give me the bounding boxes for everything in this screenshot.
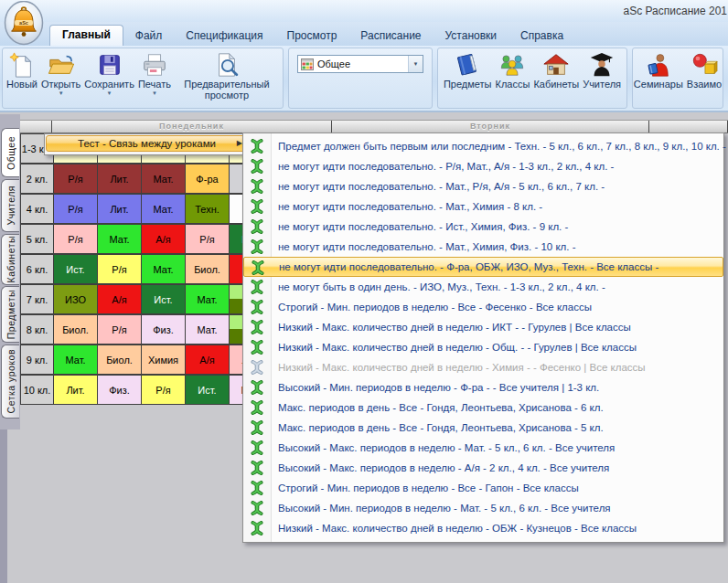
lesson-cell[interactable]: Биол. bbox=[98, 345, 141, 374]
constraint-menu-item-2[interactable]: не могут идти последовательно. - Р/я, Ма… bbox=[243, 156, 723, 176]
lesson-cell[interactable]: Мат. bbox=[142, 164, 185, 193]
row-header-7[interactable]: 7 кл. bbox=[21, 285, 53, 313]
constraint-menu-item-7[interactable]: не могут идти последовательно. - Ф-ра, О… bbox=[243, 257, 723, 277]
lesson-cell[interactable]: Лит. bbox=[98, 195, 141, 223]
lesson-cell[interactable]: Лит. bbox=[54, 376, 97, 404]
constraint-menu-item-17[interactable]: Высокий - Макс. периодов в неделю - А/я … bbox=[243, 458, 723, 478]
day-header-row: ПонедельникВторник bbox=[20, 120, 728, 133]
tab-ribbon-3[interactable]: Просмотр bbox=[275, 26, 349, 46]
row-header-4[interactable]: 4 кл. bbox=[21, 195, 53, 223]
constraint-menu-item-4[interactable]: не могут идти последовательно. - Мат., Х… bbox=[243, 196, 723, 217]
lesson-cell[interactable]: ИЗО bbox=[54, 285, 97, 313]
lesson-cell[interactable]: Р/я bbox=[54, 225, 97, 253]
row-header-2[interactable]: 2 кл. bbox=[21, 164, 53, 193]
tab-ribbon-2[interactable]: Спецификация bbox=[174, 26, 274, 46]
constraint-menu-item-14[interactable]: Макс. периодов в день - Все - Гондя, Лео… bbox=[243, 398, 723, 418]
tab-ribbon-4[interactable]: Расписание bbox=[348, 26, 433, 46]
ribbon-button-семинары[interactable]: Семинары bbox=[632, 50, 685, 90]
constraint-menu-item-16[interactable]: Высокий - Макс. периодов в неделю - Мат.… bbox=[243, 438, 723, 458]
dropdown-caret-icon[interactable]: ▼ bbox=[59, 90, 64, 97]
tab-ribbon-1[interactable]: Файл bbox=[123, 26, 175, 46]
lesson-cell[interactable]: Физ. bbox=[98, 376, 141, 404]
chevron-down-icon[interactable]: ▼ bbox=[408, 56, 423, 72]
ribbon-button-предметы[interactable]: Предметы bbox=[442, 50, 494, 90]
constraint-menu-item-1[interactable]: Предмет должен быть первым или последним… bbox=[243, 136, 723, 156]
app-menu-button[interactable]: aSc bbox=[4, 1, 44, 46]
tab-ribbon-5[interactable]: Установки bbox=[434, 26, 509, 46]
constraint-menu-item-15[interactable]: Макс. периодов в день - Все - Гондя, Лео… bbox=[243, 418, 723, 438]
lesson-cell[interactable]: Лит. bbox=[98, 164, 141, 193]
dropdown-caret-icon[interactable]: ▼ bbox=[152, 90, 157, 97]
constraint-menu-item-text: Высокий - Мин. периодов в неделю - Мат. … bbox=[278, 503, 611, 514]
lesson-cell[interactable]: Физ. bbox=[142, 315, 185, 344]
constraint-menu-item-text: Высокий - Мин. периодов в неделю - Ф-ра … bbox=[278, 382, 599, 393]
ribbon-button-печать[interactable]: Печать▼ bbox=[136, 50, 173, 98]
constraint-menu-item-13[interactable]: Высокий - Мин. периодов в неделю - Ф-ра … bbox=[243, 377, 723, 398]
constraint-menu-item-8[interactable]: не могут быть в один день. - ИЗО, Муз., … bbox=[243, 277, 723, 297]
lesson-cell[interactable]: А/я bbox=[142, 225, 185, 253]
constraint-menu-item-10[interactable]: Низкий - Макс. количество дней в неделю … bbox=[243, 317, 723, 337]
lesson-cell[interactable]: Мат. bbox=[98, 225, 141, 253]
lesson-cell[interactable]: Химия bbox=[142, 345, 185, 374]
view-selector[interactable]: Общее▼ bbox=[297, 55, 423, 73]
constraint-menu-item-5[interactable]: не могут идти последовательно. - Ист., Х… bbox=[243, 217, 723, 237]
seminars-icon bbox=[645, 51, 672, 79]
sidebar-tab-3[interactable]: Предметы bbox=[1, 286, 19, 343]
ribbon-button-взаимо[interactable]: Взаимо bbox=[685, 50, 723, 90]
lesson-cell[interactable]: Мат. bbox=[54, 345, 97, 374]
ribbon-button-новый[interactable]: Новый bbox=[5, 50, 39, 90]
sidebar-tab-4[interactable]: Сетка уроков bbox=[1, 344, 19, 419]
lesson-cell[interactable]: Мат. bbox=[186, 315, 229, 344]
ribbon-button-кабинеты[interactable]: Кабинеты bbox=[531, 50, 581, 90]
lesson-cell[interactable]: Р/я bbox=[186, 225, 229, 253]
lesson-cell[interactable]: Ист. bbox=[54, 255, 97, 283]
constraint-menu-item-11[interactable]: Низкий - Макс. количество дней в неделю … bbox=[243, 337, 723, 357]
ribbon-button-label: Семинары bbox=[634, 79, 683, 90]
lesson-cell[interactable]: А/я bbox=[98, 285, 141, 313]
context-menu-item-link-test[interactable]: Тест - Связь между уроками ▶ bbox=[46, 135, 248, 152]
constraint-menu-item-9[interactable]: Строгий - Мин. периодов в неделю - Все -… bbox=[243, 297, 723, 317]
ribbon-button-классы[interactable]: Классы bbox=[494, 50, 532, 90]
lesson-cell[interactable]: Мат. bbox=[186, 285, 229, 313]
constraint-menu-item-text: Предмет должен быть первым или последним… bbox=[278, 141, 726, 152]
constraint-menu-item-text: не могут идти последовательно. - Мат., Х… bbox=[278, 241, 576, 252]
constraint-menu-item-18[interactable]: Строгий - Мин. периодов в неделю - Все -… bbox=[243, 478, 723, 498]
lesson-cell[interactable]: Р/я bbox=[142, 376, 185, 404]
constraint-menu-item-20[interactable]: Низкий - Макс. количество дней в неделю … bbox=[243, 518, 723, 538]
lesson-cell[interactable]: Ф-ра bbox=[186, 164, 229, 193]
dropdown-caret-icon[interactable]: ▼ bbox=[107, 90, 112, 97]
lesson-cell[interactable]: Мат. bbox=[142, 195, 185, 223]
link-icon bbox=[250, 501, 264, 515]
constraint-menu-item-19[interactable]: Высокий - Мин. периодов в неделю - Мат. … bbox=[243, 498, 723, 518]
ribbon-button-открыть[interactable]: Открыть▼ bbox=[39, 50, 82, 98]
row-header-5[interactable]: 5 кл. bbox=[21, 225, 53, 253]
row-header-8[interactable]: 8 кл. bbox=[21, 315, 53, 344]
lesson-cell[interactable]: Р/я bbox=[98, 315, 141, 344]
ribbon-button-предварительный-просмотр[interactable]: Предварительный просмотр bbox=[173, 50, 281, 101]
constraint-menu-item-6[interactable]: не могут идти последовательно. - Мат., Х… bbox=[243, 237, 723, 257]
sidebar-tab-0[interactable]: Общее bbox=[1, 128, 19, 177]
row-header-10[interactable]: 10 кл. bbox=[21, 376, 53, 404]
lesson-cell[interactable]: Р/я bbox=[54, 195, 97, 223]
ribbon-button-сохранить[interactable]: Сохранить▼ bbox=[82, 50, 136, 98]
tab-main[interactable]: Главный bbox=[49, 25, 123, 46]
tab-ribbon-6[interactable]: Справка bbox=[509, 26, 575, 46]
lesson-cell[interactable]: Техн. bbox=[186, 195, 229, 223]
constraint-menu-item-3[interactable]: не могут идти последовательно. - Мат., Р… bbox=[243, 176, 723, 196]
sidebar-tab-label: Учителя bbox=[5, 186, 16, 226]
lesson-cell[interactable]: Р/я bbox=[98, 255, 141, 283]
row-header-6[interactable]: 6 кл. bbox=[21, 255, 53, 283]
sidebar-tab-1[interactable]: Учителя bbox=[1, 179, 19, 232]
lesson-cell[interactable]: Мат. bbox=[142, 255, 185, 283]
row-header-9[interactable]: 9 кл. bbox=[21, 345, 53, 374]
ribbon-button-учителя[interactable]: Учителя bbox=[581, 50, 623, 90]
sidebar-tab-2[interactable]: Кабинеты bbox=[1, 234, 19, 285]
lesson-cell[interactable]: Ист. bbox=[142, 285, 185, 313]
lesson-cell[interactable]: Ист. bbox=[186, 376, 229, 404]
lesson-cell[interactable]: Р/я bbox=[54, 164, 97, 193]
day-header-0: Понедельник bbox=[52, 121, 332, 132]
lesson-cell[interactable]: Биол. bbox=[54, 315, 97, 344]
lesson-cell[interactable]: Биол. bbox=[186, 255, 229, 283]
lesson-cell[interactable]: А/я bbox=[186, 345, 229, 374]
title-bar: aSc Расписание 201 bbox=[0, 0, 728, 23]
